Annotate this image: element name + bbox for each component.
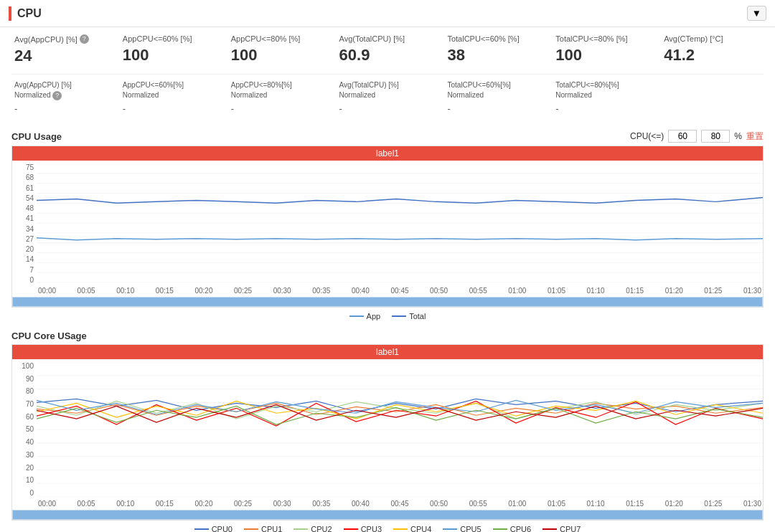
cpu-usage-label-bar: label1 [12,146,763,161]
stats-container: Avg(AppCPU) [%] ? 24 AppCPU<=60% [%] 100… [0,27,775,124]
legend-cpu6-line [493,528,507,530]
stat-label2-appcpu60-norm: AppCPU<=60%[%]Normalized [123,80,214,100]
legend-cpu4-line [393,528,408,530]
legend-cpu7-label: CPU7 [560,525,581,532]
stat-label2-totalcpu80-norm: TotalCPU<=80%[%]Normalized [555,80,647,100]
section-title: CPU [9,6,42,21]
stat-label-appcpu80: AppCPU<=80% [%] [231,34,322,43]
legend-cpu3-label: CPU3 [361,525,382,532]
stat-value2-appcpu-norm: - [14,103,105,114]
legend-cpu0-label: CPU0 [212,525,232,532]
cpu-usage-chart-wrapper: label1 75 68 61 54 48 41 34 27 20 14 7 0 [11,146,764,308]
cpu-usage-scrollbar[interactable] [12,297,763,307]
legend-cpu6: CPU6 [493,525,531,532]
cpu-threshold2-input[interactable] [701,130,730,143]
stat-item-ctemp: Avg(CTemp) [°C] 41.2 [655,34,764,68]
legend-cpu4: CPU4 [393,525,431,532]
legend-cpu7-line [542,528,557,530]
stats-row-1: Avg(AppCPU) [%] ? 24 AppCPU<=60% [%] 100… [11,34,764,75]
stat-value2-totalcpu-norm: - [339,103,431,114]
stat-value2-appcpu60-norm: - [123,103,214,114]
legend-app-label: App [367,312,381,320]
legend-cpu2-line [293,528,308,530]
legend-cpu1: CPU1 [244,525,282,532]
stat-item-appcpu-avg: Avg(AppCPU) [%] ? 24 [11,34,114,68]
stat-item2-totalcpu60-norm: TotalCPU<=60%[%]Normalized - [438,80,547,114]
cpu-controls-label: CPU(<=) [630,131,664,141]
stat-item-totalcpu80: TotalCPU<=80% [%] 100 [547,34,655,68]
legend-cpu0-line [194,528,209,530]
cpu-usage-controls: CPU(<=) % 重置 [630,130,764,143]
help-icon-norm[interactable]: ? [52,91,62,100]
legend-cpu0: CPU0 [194,525,232,532]
cpu-usage-header: CPU Usage CPU(<=) % 重置 [11,130,764,143]
cpu-core-header: CPU Core USage [11,331,764,341]
stat-item2-appcpu-norm: Avg(AppCPU) [%]Normalized ? - [11,80,114,114]
legend-cpu6-label: CPU6 [510,525,531,532]
stat-item2-empty [655,80,764,114]
stat-item-totalcpu-avg: Avg(TotalCPU) [%] 60.9 [331,34,439,68]
stat-value-appcpu80: 100 [231,46,322,65]
legend-cpu5-label: CPU5 [460,525,481,532]
legend-cpu5-line [443,528,457,530]
stat-label-ctemp: Avg(CTemp) [°C] [664,34,755,43]
stat-label2-totalcpu60-norm: TotalCPU<=60%[%]Normalized [447,80,538,100]
cpu-usage-title: CPU Usage [11,131,62,142]
stat-item2-appcpu60-norm: AppCPU<=60%[%]Normalized - [114,80,222,114]
stat-label-totalcpu60: TotalCPU<=60% [%] [447,34,538,43]
stat-label2-appcpu-norm: Avg(AppCPU) [%]Normalized ? [14,80,105,100]
legend-cpu1-label: CPU1 [261,525,282,532]
collapse-button[interactable]: ▼ [747,6,766,21]
stat-item-appcpu80: AppCPU<=80% [%] 100 [222,34,331,68]
title-text: CPU [17,7,42,20]
stat-value-appcpu60: 100 [123,46,214,65]
cpu-core-scrollbar[interactable] [12,510,763,520]
cpu-usage-plot-area [37,163,763,284]
stat-value2-totalcpu60-norm: - [447,103,538,114]
stat-label2-totalcpu-norm: Avg(TotalCPU) [%]Normalized [339,80,431,100]
stat-item-totalcpu60: TotalCPU<=60% [%] 38 [438,34,547,68]
legend-cpu4-label: CPU4 [410,525,431,532]
legend-cpu5: CPU5 [443,525,481,532]
stat-label-appcpu-avg: Avg(AppCPU) [%] ? [14,34,105,44]
legend-cpu1-line [244,528,258,530]
stat-value2-appcpu80-norm: - [231,103,322,114]
cpu-core-svg [37,362,763,497]
help-icon-appcpu[interactable]: ? [80,34,89,44]
legend-total-line [392,315,406,317]
cpu-usage-legend: App Total [11,309,764,322]
page-container: CPU ▼ Avg(AppCPU) [%] ? 24 AppCPU<=60% [… [0,0,775,532]
stat-value-totalcpu-avg: 60.9 [339,46,431,65]
cpu-core-y-axis: 100 90 80 70 60 50 40 30 20 10 0 [12,359,37,510]
stat-label2-appcpu80-norm: AppCPU<=80%[%]Normalized [231,80,322,100]
stat-label-appcpu60: AppCPU<=60% [%] [123,34,214,43]
stat-label-totalcpu80: TotalCPU<=80% [%] [555,34,647,43]
stats-row-2: Avg(AppCPU) [%]Normalized ? - AppCPU<=60… [11,80,764,117]
cpu-core-plot-area [37,362,763,497]
cpu-usage-y-axis: 75 68 61 54 48 41 34 27 20 14 7 0 [12,161,37,297]
legend-cpu3-line [344,528,358,530]
cpu-usage-section: CPU Usage CPU(<=) % 重置 label1 75 68 61 5… [0,124,775,325]
legend-app-line [349,315,364,317]
stat-item2-totalcpu80-norm: TotalCPU<=80%[%]Normalized - [547,80,655,114]
section-header: CPU ▼ [0,0,775,27]
stat-value-ctemp: 41.2 [664,46,755,65]
legend-app: App [349,312,381,320]
cpu-core-legend: CPU0 CPU1 CPU2 CPU3 CPU4 CPU5 [11,522,764,532]
legend-total: Total [392,312,426,320]
stat-value2-totalcpu80-norm: - [555,103,647,114]
cpu-usage-svg [37,163,763,284]
cpu-core-scrollbar-thumb [13,510,762,519]
cpu-unit-label: % [734,131,742,141]
stat-label-totalcpu-avg: Avg(TotalCPU) [%] [339,34,431,43]
cpu-core-x-axis: 00:00 00:05 00:10 00:15 00:20 00:25 00:3… [37,497,763,510]
legend-total-label: Total [409,312,426,320]
legend-cpu2: CPU2 [293,525,332,532]
legend-cpu2-label: CPU2 [311,525,332,532]
cpu-threshold1-input[interactable] [668,130,697,143]
cpu-core-chart-body: 100 90 80 70 60 50 40 30 20 10 0 [12,359,763,510]
legend-cpu7: CPU7 [542,525,581,532]
stat-value-totalcpu80: 100 [555,46,647,65]
cpu-core-section: CPU Core USage label1 100 90 80 70 60 50… [0,325,775,532]
cpu-reset-button[interactable]: 重置 [746,130,764,143]
